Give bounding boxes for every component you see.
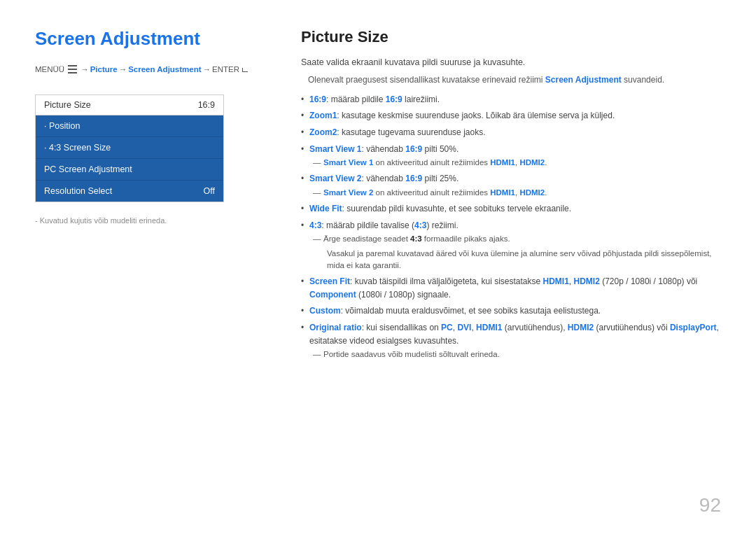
menu-header: Picture Size 16:9 xyxy=(36,95,223,115)
list-item: Wide Fit: suurendab pildi kuvasuhte, et … xyxy=(301,202,721,216)
menu-item-pc-screen[interactable]: PC Screen Adjustment xyxy=(36,159,223,181)
breadcrumb-enter: ENTER xyxy=(212,65,239,73)
menu-panel: Picture Size 16:9 · Position · 4:3 Scree… xyxy=(35,94,224,202)
enter-icon xyxy=(242,68,248,72)
position-label: · Position xyxy=(44,121,80,131)
section-title: Screen Adjustment xyxy=(35,28,252,50)
list-item: Smart View 1: vähendab 16:9 pilti 50%. S… xyxy=(301,143,721,169)
menu-icon xyxy=(68,65,77,73)
sub-note: Ärge seadistage seadet 4:3 formaadile pi… xyxy=(309,233,721,245)
left-column: Screen Adjustment MENÜÜ → Picture → Scre… xyxy=(35,28,273,506)
breadcrumb-arrow-2: → xyxy=(119,65,127,73)
list-item: 4:3: määrab pildile tavalise (4:3) režii… xyxy=(301,219,721,272)
bullet-list: 16:9: määrab pildile 16:9 lairežiimi. Zo… xyxy=(301,93,721,361)
breadcrumb-arrow-1: → xyxy=(80,65,89,73)
pc-screen-label: PC Screen Adjustment xyxy=(44,164,132,174)
menu-label: MENÜÜ xyxy=(35,65,64,73)
list-item: 16:9: määrab pildile 16:9 lairežiimi. xyxy=(301,93,721,106)
sub-intro: Olenevalt praegusest sisendallikast kuva… xyxy=(301,73,721,86)
right-column: Picture Size Saate valida ekraanil kuvat… xyxy=(273,28,721,506)
breadcrumb-arrow-3: → xyxy=(203,65,211,73)
list-item: Zoom2: kasutage tugevama suurenduse jaok… xyxy=(301,126,721,139)
breadcrumb-picture: Picture xyxy=(90,65,118,73)
resolution-label: Resolution Select xyxy=(44,186,112,196)
sub-note: Portide saadavus võib mudelisti sõltuval… xyxy=(309,349,721,360)
list-item: Custom: võimaldab muuta eraldusvõimet, e… xyxy=(301,304,721,318)
list-item: Screen Fit: kuvab täispildi ilma väljalõ… xyxy=(301,275,721,301)
sub-note: Smart View 2 on aktiveeritud ainult reži… xyxy=(309,187,721,199)
breadcrumb: MENÜÜ → Picture → Screen Adjustment → EN… xyxy=(35,65,252,73)
menu-header-value: 16:9 xyxy=(198,100,215,110)
footnote: Kuvatud kujutis võib mudeliti erineda. xyxy=(35,216,252,225)
menu-header-label: Picture Size xyxy=(44,100,91,110)
sub-note-indent: Vasakul ja paremal kuvatavad ääred või k… xyxy=(309,248,721,272)
menu-item-screen-size[interactable]: · 4:3 Screen Size xyxy=(36,137,223,159)
page-number: 92 xyxy=(699,494,721,517)
menu-item-position[interactable]: · Position xyxy=(36,115,223,137)
list-item: Smart View 2: vähendab 16:9 pilti 25%. S… xyxy=(301,172,721,199)
list-item: Zoom1: kasutage keskmise suurenduse jaok… xyxy=(301,109,721,122)
intro-text: Saate valida ekraanil kuvatava pildi suu… xyxy=(301,56,721,69)
right-title: Picture Size xyxy=(301,28,721,46)
screen-size-label: · 4:3 Screen Size xyxy=(44,143,111,153)
sub-note: Smart View 1 on aktiveeritud ainult reži… xyxy=(309,157,721,169)
breadcrumb-screen-adj: Screen Adjustment xyxy=(128,65,201,73)
resolution-value: Off xyxy=(204,186,215,196)
list-item: Original ratio: kui sisendallikas on PC,… xyxy=(301,321,721,360)
menu-item-resolution[interactable]: Resolution Select Off xyxy=(36,181,223,202)
